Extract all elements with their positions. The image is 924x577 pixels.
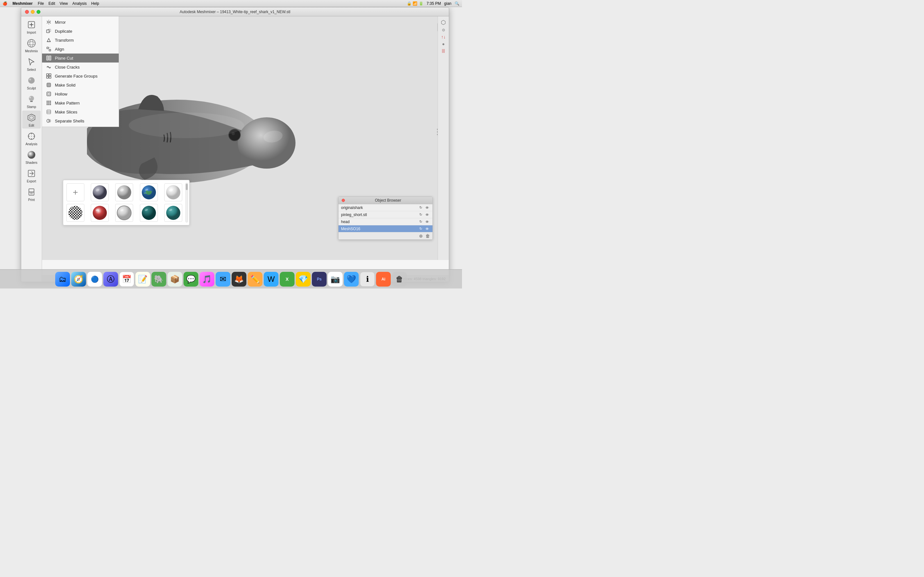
menu-edit[interactable]: Edit	[48, 1, 55, 6]
ob-link-icon-3[interactable]: ↻	[418, 226, 423, 231]
ob-close-button[interactable]	[342, 199, 345, 202]
ob-delete-button[interactable]: 🗑	[425, 234, 430, 239]
dock-notes[interactable]: 📝	[136, 272, 150, 287]
ob-eye-icon-0[interactable]: 👁	[425, 205, 430, 210]
menu-item-plane-cut[interactable]: Plane Cut	[42, 53, 119, 63]
dock-itunes[interactable]: 🎵	[200, 272, 214, 287]
tool-meshmix[interactable]: Meshmix	[22, 36, 41, 54]
menu-item-separate-shells[interactable]: Separate Shells	[42, 116, 119, 125]
dock-ai[interactable]: Ai	[376, 272, 391, 287]
dock-calendar[interactable]: 📅	[120, 272, 134, 287]
menu-item-align[interactable]: Align	[42, 45, 119, 53]
menu-item-make-pattern[interactable]: Make Pattern	[42, 98, 119, 107]
dock-mail[interactable]: ✉	[216, 272, 230, 287]
ob-eye-icon-3[interactable]: 👁	[425, 227, 430, 231]
dock-skype[interactable]: 💙	[344, 272, 359, 287]
make-solid-label: Make Solid	[55, 83, 75, 87]
print-icon	[26, 186, 37, 198]
menubar-search[interactable]: 🔍	[455, 1, 459, 6]
tool-print[interactable]: Print	[22, 185, 41, 203]
shader-add-button[interactable]: +	[66, 183, 84, 201]
ob-row-originalshark[interactable]: originalshark ↻ 👁	[338, 204, 433, 211]
dock-gimp[interactable]: 🦊	[232, 272, 246, 287]
generate-face-groups-label: Generate Face Groups	[55, 74, 97, 79]
shader-red-white[interactable]	[91, 204, 109, 222]
ob-eye-icon-1[interactable]: 👁	[425, 213, 430, 217]
panel-3d-view-icon[interactable]: ⬡	[441, 19, 446, 26]
ob-link-icon-2[interactable]: ↻	[418, 219, 423, 224]
svg-rect-44	[48, 93, 50, 95]
shaders-scrollbar[interactable]	[186, 183, 188, 222]
dock-photoshop[interactable]: Ps	[312, 272, 326, 287]
dock-evernote[interactable]: 🐘	[152, 272, 166, 287]
close-button[interactable]	[25, 10, 29, 14]
svg-rect-37	[49, 56, 51, 60]
shader-light-grey[interactable]	[115, 183, 133, 201]
shader-teal-medium[interactable]	[164, 204, 182, 222]
menu-file[interactable]: File	[38, 1, 44, 6]
panel-settings-icon[interactable]: ⚙	[442, 28, 445, 32]
ob-link-icon-0[interactable]: ↻	[418, 205, 423, 210]
meshmix-label: Meshmix	[25, 49, 38, 53]
export-icon	[26, 168, 37, 179]
import-icon	[26, 19, 37, 31]
menu-view[interactable]: View	[60, 1, 68, 6]
ob-link-icon-1[interactable]: ↻	[418, 212, 423, 217]
ob-row-meshso16[interactable]: MeshSO16 ↻ 👁	[338, 226, 433, 232]
panel-graph-icon[interactable]: |||	[442, 48, 445, 53]
shader-white[interactable]	[164, 183, 182, 201]
dock-safari[interactable]: 🧭	[71, 272, 86, 287]
panel-sphere-icon[interactable]: ●	[442, 41, 445, 47]
menu-item-generate-face-groups[interactable]: Generate Face Groups	[42, 71, 119, 81]
menu-item-transform[interactable]: Transform	[42, 35, 119, 45]
app-name[interactable]: Meshmixer	[13, 1, 33, 6]
dock-vector[interactable]: ✏️	[248, 272, 262, 287]
dock-appstore[interactable]: Ⓐ	[103, 272, 118, 287]
dock-excel[interactable]: X	[280, 272, 294, 287]
shaders-panel: +	[63, 180, 190, 226]
maximize-button[interactable]	[37, 10, 40, 14]
tool-sculpt[interactable]: Sculpt	[22, 73, 41, 91]
menu-item-mirror[interactable]: Mirror	[42, 18, 119, 27]
svg-rect-54	[47, 110, 51, 114]
tool-edit[interactable]: Edit	[22, 111, 41, 129]
shader-teal-dark[interactable]	[140, 204, 158, 222]
menu-item-close-cracks[interactable]: Close Cracks	[42, 63, 119, 71]
ob-copy-button[interactable]: ⊕	[419, 234, 423, 239]
dock-sketch[interactable]: 💎	[296, 272, 310, 287]
dock-photos-icon: 📷	[330, 275, 340, 284]
scrollbar-thumb	[186, 184, 188, 190]
ob-eye-icon-2[interactable]: 👁	[425, 219, 430, 224]
dock-messages-icon: 💬	[186, 275, 196, 284]
tool-select[interactable]: Select	[22, 55, 41, 73]
dock-word[interactable]: W	[264, 272, 278, 287]
shader-earth[interactable]	[140, 183, 158, 201]
panel-arrows-icon[interactable]: ↑↓	[441, 34, 446, 39]
dock-messages[interactable]: 💬	[184, 272, 198, 287]
tool-import[interactable]: Import	[22, 18, 41, 35]
dock-info[interactable]: ℹ	[360, 272, 375, 287]
menu-item-duplicate[interactable]: Duplicate	[42, 27, 119, 35]
menu-help[interactable]: Help	[91, 1, 99, 6]
dock-photos[interactable]: 📷	[328, 272, 342, 287]
tool-analysis[interactable]: Analysis	[22, 129, 41, 147]
shader-outline[interactable]	[115, 204, 133, 222]
apple-menu[interactable]: 🍎	[3, 1, 7, 6]
menu-item-make-solid[interactable]: Make Solid	[42, 81, 119, 89]
ob-row-head[interactable]: head ↻ 👁	[338, 218, 433, 226]
menu-item-make-slices[interactable]: Make Slices	[42, 107, 119, 116]
hollow-label: Hollow	[55, 92, 67, 97]
dock-trash[interactable]: 🗑	[392, 272, 407, 287]
dock-chrome[interactable]: 🔵	[87, 272, 102, 287]
menu-analysis[interactable]: Analysis	[73, 1, 87, 6]
tool-stamp[interactable]: Stamp	[22, 92, 41, 110]
shader-grey-metal[interactable]	[91, 183, 109, 201]
minimize-button[interactable]	[31, 10, 35, 14]
ob-row-pinleg[interactable]: pinleg_short.stl ↻ 👁	[338, 211, 433, 218]
menu-item-hollow[interactable]: Hollow	[42, 89, 119, 98]
dock-finder[interactable]: 🗂	[55, 272, 70, 287]
tool-shaders[interactable]: Shaders	[22, 148, 41, 166]
dock-move[interactable]: 📦	[168, 272, 182, 287]
tool-export[interactable]: Export	[22, 166, 41, 184]
shader-checker[interactable]	[66, 204, 84, 222]
